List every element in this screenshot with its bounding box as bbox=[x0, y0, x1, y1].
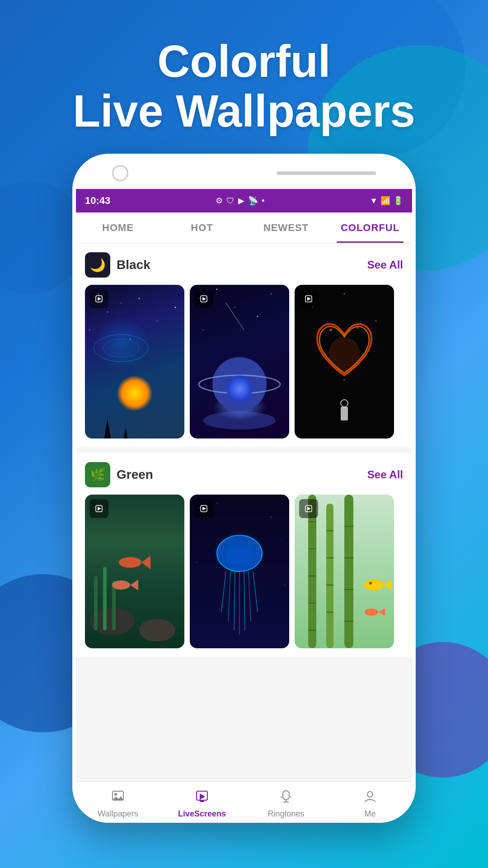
svg-marker-26 bbox=[202, 297, 206, 301]
tab-hot[interactable]: HOT bbox=[160, 212, 244, 243]
svg-rect-34 bbox=[341, 407, 348, 420]
tab-newest[interactable]: NEWEST bbox=[244, 212, 328, 243]
section-black-header: 🌙 Black See All bbox=[85, 252, 403, 278]
svg-marker-89 bbox=[378, 609, 385, 616]
svg-marker-96 bbox=[200, 793, 205, 800]
svg-line-63 bbox=[244, 571, 245, 630]
svg-point-20 bbox=[203, 330, 204, 330]
play-badge-5 bbox=[194, 499, 213, 518]
signal-bars-icon: 📶 bbox=[380, 196, 390, 206]
green-wallpaper-row bbox=[85, 495, 403, 657]
nav-ringtones[interactable]: Ringtones bbox=[244, 782, 328, 823]
status-right: ▼ 📶 🔋 bbox=[370, 196, 403, 206]
svg-rect-97 bbox=[200, 801, 204, 802]
svg-marker-11 bbox=[94, 419, 121, 439]
section-black-see-all[interactable]: See All bbox=[367, 259, 403, 271]
nav-pill bbox=[277, 171, 376, 175]
trees-svg bbox=[85, 346, 184, 439]
svg-line-61 bbox=[234, 571, 235, 630]
ringtones-nav-label: Ringtones bbox=[267, 809, 304, 819]
svg-point-9 bbox=[103, 339, 139, 357]
play-badge-2 bbox=[194, 289, 213, 308]
tab-bar: HOME HOT NEWEST COLORFUL bbox=[76, 212, 412, 243]
wallpapers-nav-label: Wallpapers bbox=[98, 809, 138, 819]
wallpaper-card-1[interactable] bbox=[85, 285, 184, 439]
svg-point-18 bbox=[271, 293, 272, 294]
play-icon: ▶ bbox=[238, 196, 244, 206]
tab-colorful[interactable]: COLORFUL bbox=[328, 212, 412, 243]
svg-point-7 bbox=[130, 339, 131, 340]
dot-icon: • bbox=[262, 196, 264, 206]
ringtones-nav-icon bbox=[279, 790, 293, 807]
svg-point-22 bbox=[212, 357, 267, 411]
svg-rect-75 bbox=[326, 504, 333, 648]
wallpaper-card-2[interactable] bbox=[190, 285, 289, 439]
home-button-hardware bbox=[112, 165, 128, 181]
play-icon-4 bbox=[95, 505, 103, 512]
settings-icon: ⚙ bbox=[216, 196, 223, 206]
wallpaper-card-3[interactable] bbox=[295, 285, 394, 439]
tab-home[interactable]: HOME bbox=[76, 212, 160, 243]
svg-marker-49 bbox=[98, 507, 101, 510]
play-icon-1 bbox=[95, 295, 103, 302]
svg-point-88 bbox=[365, 609, 378, 616]
section-green: 🌿 Green See All bbox=[76, 453, 412, 657]
svg-point-55 bbox=[284, 585, 285, 585]
radio-icon: 📡 bbox=[248, 196, 258, 206]
battery-icon: 🔋 bbox=[393, 196, 403, 206]
play-icon-2 bbox=[200, 295, 207, 302]
svg-point-33 bbox=[343, 379, 345, 381]
svg-point-1 bbox=[121, 302, 122, 303]
wallpaper-card-4[interactable] bbox=[85, 495, 184, 648]
svg-point-19 bbox=[257, 316, 258, 317]
svg-line-60 bbox=[228, 571, 230, 621]
hero-line2: Live Wallpapers bbox=[73, 85, 415, 136]
wifi-icon: ▼ bbox=[370, 196, 378, 206]
play-icon-6 bbox=[305, 505, 312, 512]
livescreens-nav-icon bbox=[195, 790, 209, 807]
section-black-name: Black bbox=[117, 258, 150, 272]
play-badge-4 bbox=[89, 499, 108, 518]
svg-rect-80 bbox=[344, 495, 353, 648]
shield-icon: 🛡 bbox=[226, 196, 235, 206]
svg-point-103 bbox=[367, 792, 373, 797]
play-badge-1 bbox=[89, 289, 108, 308]
svg-marker-12 bbox=[112, 428, 139, 439]
status-bar: 10:43 ⚙ 🛡 ▶ 📡 • ▼ 📶 🔋 bbox=[76, 189, 412, 212]
play-icon-5 bbox=[200, 505, 207, 512]
svg-point-30 bbox=[328, 337, 360, 373]
play-icon-3 bbox=[305, 295, 312, 302]
nav-livescreens[interactable]: LiveScreens bbox=[160, 782, 244, 823]
svg-rect-98 bbox=[283, 791, 289, 800]
hero-line1: Colorful bbox=[157, 36, 330, 86]
nav-wallpapers[interactable]: Wallpapers bbox=[76, 782, 160, 823]
svg-point-23 bbox=[199, 375, 280, 393]
nav-me[interactable]: Me bbox=[328, 782, 412, 823]
svg-marker-86 bbox=[384, 580, 392, 590]
phone-mockup: 10:43 ⚙ 🛡 ▶ 📡 • ▼ 📶 🔋 HOME HOT NEWEST CO… bbox=[72, 154, 416, 823]
section-green-icon: 🌿 bbox=[85, 462, 110, 487]
svg-point-31 bbox=[329, 329, 332, 331]
wallpaper-card-6[interactable] bbox=[295, 495, 394, 648]
play-badge-3 bbox=[299, 289, 318, 308]
svg-point-28 bbox=[375, 320, 377, 322]
svg-marker-14 bbox=[98, 297, 101, 301]
svg-point-2 bbox=[107, 311, 108, 312]
svg-point-53 bbox=[280, 539, 281, 540]
status-time: 10:43 bbox=[85, 195, 110, 207]
phone-top-bar bbox=[76, 157, 412, 189]
svg-point-52 bbox=[271, 517, 272, 518]
svg-point-16 bbox=[216, 289, 218, 290]
svg-point-8 bbox=[94, 335, 148, 362]
svg-line-64 bbox=[249, 571, 251, 621]
section-black-icon: 🌙 bbox=[85, 252, 110, 278]
svg-marker-94 bbox=[113, 796, 123, 800]
wallpaper-card-5[interactable] bbox=[190, 495, 289, 648]
svg-line-65 bbox=[253, 571, 258, 612]
me-nav-icon bbox=[363, 790, 377, 807]
svg-point-6 bbox=[89, 330, 90, 330]
section-black-title-row: 🌙 Black bbox=[85, 252, 150, 278]
play-badge-6 bbox=[299, 499, 318, 518]
svg-point-24 bbox=[203, 411, 276, 429]
section-green-see-all[interactable]: See All bbox=[367, 468, 403, 481]
